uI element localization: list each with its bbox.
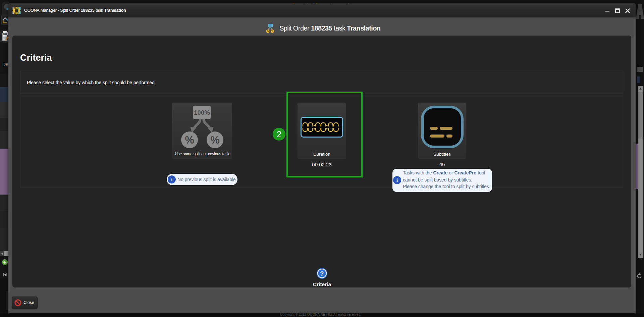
svg-text:%: % [271,30,273,32]
svg-text:100%: 100% [194,109,210,116]
svg-text:?: ? [320,270,324,277]
svg-text:%: % [267,30,269,32]
svg-text:%: % [185,134,194,146]
svg-text:100%: 100% [269,25,272,27]
svg-text:%: % [210,134,220,146]
